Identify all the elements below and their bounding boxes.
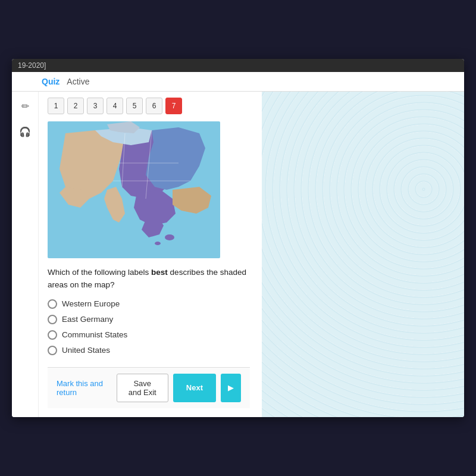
- quiz-active-status: Active: [67, 77, 89, 86]
- nav-btn-3[interactable]: 3: [87, 98, 104, 114]
- content-area: ✏ 🎧 1 2 3 4 5 6 7: [12, 92, 464, 417]
- option-communist-states[interactable]: Communist States: [48, 330, 250, 340]
- main-content: 1 2 3 4 5 6 7: [39, 92, 262, 417]
- radio-communist-states[interactable]: [48, 330, 57, 340]
- map-container: [48, 121, 220, 258]
- nav-btn-7[interactable]: 7: [165, 98, 182, 114]
- question-text: Which of the following labels best descr…: [48, 267, 250, 291]
- question-nav: 1 2 3 4 5 6 7: [48, 98, 250, 114]
- quiz-container: 19-2020] Quiz Active ✏ 🎧 1 2 3 4 5 6: [12, 59, 464, 417]
- option-east-germany[interactable]: East Germany: [48, 315, 250, 324]
- svg-point-8: [165, 234, 174, 240]
- option-united-states[interactable]: United States: [48, 346, 250, 355]
- nav-btn-6[interactable]: 6: [146, 98, 162, 114]
- top-bar: 19-2020]: [12, 59, 464, 72]
- left-sidebar: ✏ 🎧: [12, 92, 39, 417]
- nav-btn-1[interactable]: 1: [48, 98, 64, 114]
- save-exit-button[interactable]: Save and Exit: [117, 374, 168, 402]
- radio-east-germany[interactable]: [48, 315, 57, 324]
- nav-btn-4[interactable]: 4: [107, 98, 123, 114]
- quiz-header: Quiz Active: [12, 72, 464, 92]
- nav-btn-5[interactable]: 5: [126, 98, 143, 114]
- nav-btn-2[interactable]: 2: [67, 98, 84, 114]
- right-pattern-area: [262, 92, 464, 417]
- footer-bar: Mark this and return Save and Exit Next …: [48, 367, 250, 408]
- headphones-icon[interactable]: 🎧: [17, 123, 33, 140]
- next-button[interactable]: Next: [173, 374, 216, 402]
- footer-buttons: Save and Exit Next ▶: [117, 374, 241, 402]
- option-label-east-germany: East Germany: [62, 315, 113, 324]
- options-list: Western Europe East Germany Communist St…: [48, 299, 250, 355]
- option-western-europe[interactable]: Western Europe: [48, 299, 250, 309]
- next-arrow-button[interactable]: ▶: [221, 374, 241, 402]
- radio-western-europe[interactable]: [48, 299, 57, 309]
- top-bar-text: 19-2020]: [18, 61, 46, 70]
- radio-united-states[interactable]: [48, 346, 57, 355]
- svg-point-9: [155, 242, 161, 245]
- mark-return-link[interactable]: Mark this and return: [57, 379, 117, 397]
- quiz-label: Quiz: [42, 77, 60, 86]
- option-label-united-states: United States: [62, 346, 110, 355]
- option-label-western-europe: Western Europe: [62, 299, 120, 308]
- option-label-communist-states: Communist States: [62, 330, 127, 339]
- pencil-icon[interactable]: ✏: [17, 98, 33, 114]
